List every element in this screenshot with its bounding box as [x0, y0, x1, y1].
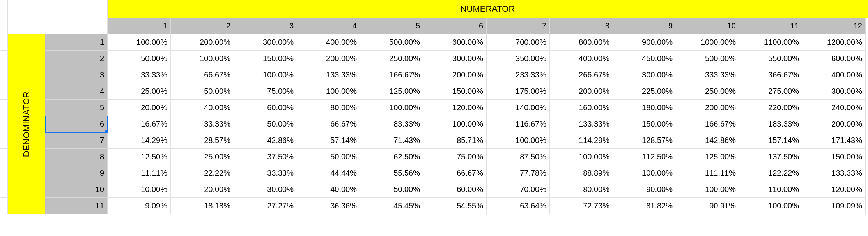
data-cell[interactable]: 90.91% — [676, 198, 739, 214]
numerator-col-header[interactable]: 3 — [234, 18, 297, 34]
numerator-col-header[interactable]: 7 — [487, 18, 550, 34]
data-cell[interactable]: 128.57% — [613, 132, 676, 149]
numerator-col-header[interactable]: 10 — [676, 18, 739, 34]
data-cell[interactable]: 225.00% — [613, 83, 676, 100]
data-cell[interactable]: 88.89% — [550, 165, 613, 181]
data-cell[interactable]: 142.86% — [676, 132, 739, 149]
denominator-row-header[interactable]: 11 — [45, 198, 108, 214]
denominator-row-header[interactable]: 7 — [45, 132, 108, 149]
blank-cell[interactable] — [0, 0, 8, 18]
data-cell[interactable]: 60.00% — [234, 100, 297, 116]
blank-cell[interactable] — [0, 116, 8, 132]
data-cell[interactable]: 20.00% — [108, 100, 171, 116]
data-cell[interactable]: 62.50% — [360, 149, 423, 165]
data-cell[interactable]: 300.00% — [423, 51, 487, 67]
data-cell[interactable]: 266.67% — [550, 67, 613, 83]
data-cell[interactable]: 57.14% — [297, 132, 360, 149]
numerator-col-header[interactable]: 8 — [550, 18, 613, 34]
data-cell[interactable]: 81.82% — [613, 198, 676, 214]
data-cell[interactable]: 450.00% — [613, 51, 676, 67]
denominator-row-header[interactable]: 5 — [45, 100, 108, 116]
data-cell[interactable]: 25.00% — [108, 83, 171, 100]
data-cell[interactable]: 137.50% — [739, 149, 802, 165]
data-cell[interactable]: 71.43% — [360, 132, 423, 149]
data-cell[interactable]: 333.33% — [676, 67, 739, 83]
blank-cell[interactable] — [0, 149, 8, 165]
denominator-row-header[interactable]: 4 — [45, 83, 108, 100]
data-cell[interactable]: 550.00% — [739, 51, 802, 67]
data-cell[interactable]: 200.00% — [171, 34, 234, 51]
data-cell[interactable]: 600.00% — [802, 51, 866, 67]
denominator-row-header[interactable]: 9 — [45, 165, 108, 181]
blank-cell[interactable] — [0, 132, 8, 149]
data-cell[interactable]: 166.67% — [676, 116, 739, 132]
data-cell[interactable]: 75.00% — [234, 83, 297, 100]
data-cell[interactable]: 87.50% — [487, 149, 550, 165]
data-cell[interactable]: 55.56% — [360, 165, 423, 181]
data-cell[interactable]: 54.55% — [423, 198, 487, 214]
data-cell[interactable]: 22.22% — [171, 165, 234, 181]
data-cell[interactable]: 85.71% — [423, 132, 487, 149]
data-cell[interactable]: 27.27% — [234, 198, 297, 214]
blank-cell[interactable] — [8, 18, 45, 34]
data-cell[interactable]: 75.00% — [423, 149, 487, 165]
data-cell[interactable]: 300.00% — [234, 34, 297, 51]
data-cell[interactable]: 111.11% — [676, 165, 739, 181]
data-cell[interactable]: 400.00% — [802, 67, 866, 83]
data-cell[interactable]: 171.43% — [802, 132, 866, 149]
data-cell[interactable]: 50.00% — [297, 149, 360, 165]
data-cell[interactable]: 50.00% — [171, 83, 234, 100]
data-cell[interactable]: 16.67% — [108, 116, 171, 132]
blank-cell[interactable] — [0, 18, 8, 34]
data-cell[interactable]: 83.33% — [360, 116, 423, 132]
data-cell[interactable]: 63.64% — [487, 198, 550, 214]
data-cell[interactable]: 10.00% — [108, 181, 171, 198]
data-cell[interactable]: 50.00% — [108, 51, 171, 67]
data-cell[interactable]: 150.00% — [802, 149, 866, 165]
denominator-row-header[interactable]: 1 — [45, 34, 108, 51]
data-cell[interactable]: 20.00% — [171, 181, 234, 198]
data-cell[interactable]: 800.00% — [550, 34, 613, 51]
numerator-col-header[interactable]: 4 — [297, 18, 360, 34]
data-cell[interactable]: 220.00% — [739, 100, 802, 116]
data-cell[interactable]: 150.00% — [234, 51, 297, 67]
data-cell[interactable]: 125.00% — [676, 149, 739, 165]
data-cell[interactable]: 175.00% — [487, 83, 550, 100]
data-cell[interactable]: 66.67% — [297, 116, 360, 132]
data-cell[interactable]: 50.00% — [360, 181, 423, 198]
data-cell[interactable]: 45.45% — [360, 198, 423, 214]
data-cell[interactable]: 112.50% — [613, 149, 676, 165]
denominator-row-header[interactable]: 8 — [45, 149, 108, 165]
data-cell[interactable]: 400.00% — [550, 51, 613, 67]
data-cell[interactable]: 150.00% — [423, 83, 487, 100]
data-cell[interactable]: 42.86% — [234, 132, 297, 149]
data-cell[interactable]: 100.00% — [171, 51, 234, 67]
data-cell[interactable]: 80.00% — [297, 100, 360, 116]
denominator-row-header[interactable]: 6 — [45, 116, 108, 132]
data-cell[interactable]: 160.00% — [550, 100, 613, 116]
data-cell[interactable]: 109.09% — [802, 198, 866, 214]
blank-cell[interactable] — [0, 67, 8, 83]
data-cell[interactable]: 300.00% — [613, 67, 676, 83]
data-cell[interactable]: 183.33% — [739, 116, 802, 132]
data-cell[interactable]: 180.00% — [613, 100, 676, 116]
data-cell[interactable]: 25.00% — [171, 149, 234, 165]
data-cell[interactable]: 300.00% — [802, 83, 866, 100]
data-cell[interactable]: 700.00% — [487, 34, 550, 51]
numerator-col-header[interactable]: 2 — [171, 18, 234, 34]
numerator-col-header[interactable]: 5 — [360, 18, 423, 34]
data-cell[interactable]: 100.00% — [423, 116, 487, 132]
data-cell[interactable]: 60.00% — [423, 181, 487, 198]
data-cell[interactable]: 233.33% — [487, 67, 550, 83]
data-cell[interactable]: 900.00% — [613, 34, 676, 51]
data-cell[interactable]: 37.50% — [234, 149, 297, 165]
numerator-col-header[interactable]: 1 — [108, 18, 171, 34]
data-cell[interactable]: 150.00% — [613, 116, 676, 132]
data-cell[interactable]: 33.33% — [108, 67, 171, 83]
data-cell[interactable]: 600.00% — [423, 34, 487, 51]
blank-cell[interactable] — [0, 34, 8, 51]
data-cell[interactable]: 70.00% — [487, 181, 550, 198]
data-cell[interactable]: 14.29% — [108, 132, 171, 149]
data-cell[interactable]: 90.00% — [613, 181, 676, 198]
data-cell[interactable]: 77.78% — [487, 165, 550, 181]
